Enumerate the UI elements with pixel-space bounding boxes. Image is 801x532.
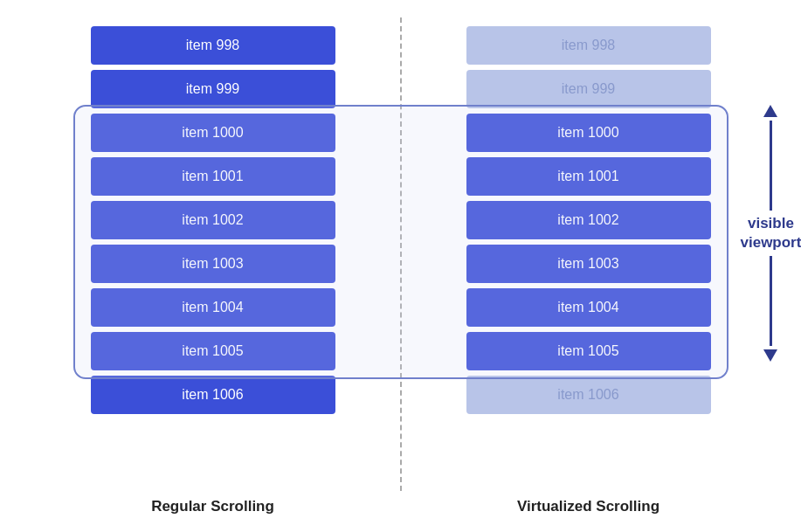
left-item-999: item 999: [91, 70, 335, 108]
diagram-container: item 998 item 999 item 1000 item 1001 it…: [25, 17, 777, 515]
right-item-999: item 999: [466, 70, 711, 108]
right-item-1004: item 1004: [466, 288, 711, 327]
left-item-1002: item 1002: [91, 201, 335, 239]
right-item-1001: item 1001: [466, 157, 711, 196]
right-column: item 998 item 999 item 1000 item 1001 it…: [410, 26, 768, 414]
left-item-1000: item 1000: [91, 114, 335, 152]
right-item-1003: item 1003: [466, 245, 711, 283]
left-item-1005: item 1005: [91, 332, 335, 370]
right-item-1002: item 1002: [466, 201, 711, 239]
right-column-label: Virtualized Scrolling: [401, 498, 777, 515]
right-item-998: item 998: [466, 26, 711, 65]
right-item-1000: item 1000: [466, 114, 711, 152]
left-item-1004: item 1004: [91, 288, 335, 327]
columns-area: item 998 item 999 item 1000 item 1001 it…: [25, 17, 777, 491]
left-item-998: item 998: [91, 26, 335, 65]
left-item-1001: item 1001: [91, 157, 335, 196]
left-column-label: Regular Scrolling: [25, 498, 401, 515]
left-item-1006: item 1006: [91, 376, 335, 414]
right-item-1005: item 1005: [466, 332, 711, 370]
labels-row: Regular Scrolling Virtualized Scrolling: [25, 498, 777, 515]
left-column: item 998 item 999 item 1000 item 1001 it…: [25, 17, 401, 491]
left-item-1003: item 1003: [91, 245, 335, 283]
right-item-1006: item 1006: [466, 376, 711, 414]
right-area: item 998 item 999 item 1000 item 1001 it…: [401, 17, 777, 491]
